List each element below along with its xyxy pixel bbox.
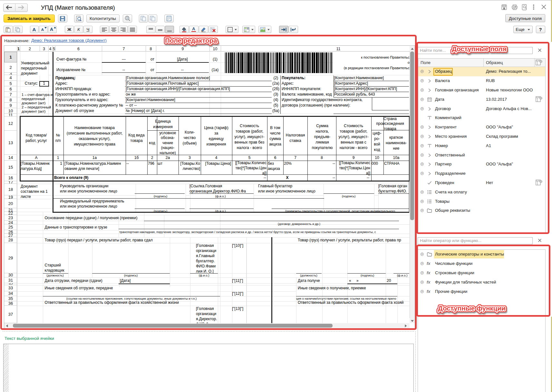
- svg-text:Доступные функции: Доступные функции: [438, 304, 505, 312]
- svg-text:Доступные поля: Доступные поля: [452, 45, 506, 52]
- svg-text:R: R: [247, 28, 249, 30]
- svg-text:Поле редактора: Поле редактора: [165, 37, 217, 44]
